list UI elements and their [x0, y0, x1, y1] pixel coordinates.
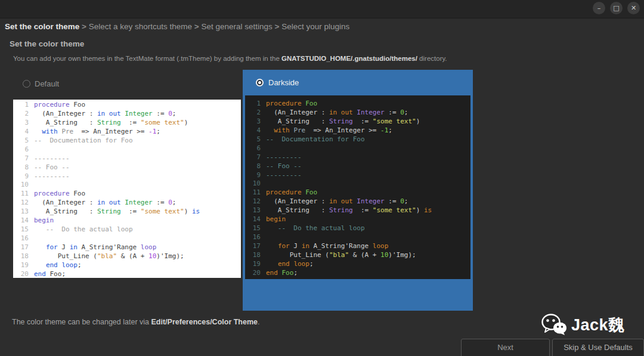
code-token: -- Foo --	[266, 162, 302, 170]
footer-note-suffix: .	[258, 318, 259, 326]
code-token: 0	[400, 197, 404, 205]
code-token: in out	[329, 197, 353, 205]
breadcrumb-item: Set general settings	[201, 22, 272, 31]
code-line: 5-- Documentation for Foo	[17, 137, 241, 146]
line-number: 14	[17, 216, 29, 225]
line-number: 3	[249, 117, 261, 126]
code-token: ---------	[266, 171, 302, 179]
code-token: procedure	[34, 101, 70, 109]
code-line: 19 end loop;	[17, 261, 241, 270]
code-token: -- Documentation for Foo	[266, 135, 365, 143]
breadcrumb-separator: >	[273, 22, 281, 31]
code-line: 7---------	[17, 154, 241, 163]
code-line: 13 A_String : String := "some text") is	[249, 206, 470, 215]
code-token: :=	[153, 199, 169, 206]
code-token: end	[278, 260, 290, 268]
code-line: 2 (An_Integer : in out Integer := 0;	[249, 109, 470, 117]
description-suffix: directory.	[417, 55, 447, 62]
line-number: 20	[249, 269, 261, 278]
window-controls: – □ ✕	[593, 2, 640, 14]
code-token: Foo	[50, 270, 62, 278]
code-line: 13 A_String : String := "some text") is	[17, 208, 241, 216]
code-token: String	[97, 208, 121, 215]
code-line: 6	[249, 144, 470, 153]
line-number: 2	[249, 109, 261, 117]
code-token: begin	[34, 216, 54, 224]
code-token: :=	[385, 109, 401, 116]
theme-option-darkside[interactable]: Darkside 1procedure Foo2 (An_Integer : i…	[243, 70, 473, 311]
darkside-code-preview: 1procedure Foo2 (An_Integer : in out Int…	[245, 95, 470, 279]
code-token: Integer	[357, 197, 384, 205]
code-token: with	[274, 126, 290, 134]
code-line: 17 for J in A_String'Range loop	[249, 242, 470, 251]
code-token: :=	[121, 208, 141, 215]
code-line: 4 with Pre => An_Integer >= -1;	[17, 128, 241, 137]
code-token: 10	[148, 252, 156, 260]
code-line: 8-- Foo --	[17, 163, 241, 172]
code-token: String	[329, 206, 353, 214]
breadcrumb-separator: >	[192, 22, 201, 31]
skip-use-defaults-button[interactable]: Skip & Use Defaults	[552, 339, 644, 356]
code-line: 20end Foo;	[17, 270, 241, 278]
code-line: 10	[17, 181, 241, 190]
line-number: 16	[249, 233, 261, 242]
close-button[interactable]: ✕	[627, 2, 640, 14]
page-description: You can add your own themes in the TextM…	[13, 55, 447, 62]
code-token: Integer	[125, 110, 152, 117]
code-line: 11procedure Foo	[17, 190, 241, 199]
code-token: ;	[404, 197, 408, 205]
line-number: 9	[249, 171, 261, 180]
code-token: )	[416, 117, 420, 125]
code-token: :=	[385, 197, 401, 205]
code-token: :=	[121, 119, 141, 126]
footer-note-text: The color theme can be changed later via	[12, 318, 151, 326]
code-token: loop	[61, 261, 78, 269]
code-line: 6	[17, 146, 241, 154]
code-token: loop	[373, 242, 389, 250]
minimize-button[interactable]: –	[593, 2, 605, 14]
code-token: Integer	[125, 199, 152, 206]
line-number: 10	[249, 179, 261, 188]
code-line: 19 end loop;	[249, 260, 470, 269]
code-token: Foo	[73, 190, 85, 197]
line-number: 15	[249, 224, 261, 233]
setup-wizard-window: – □ ✕ Set the color theme > Select a key…	[0, 0, 644, 356]
maximize-button[interactable]: □	[610, 2, 623, 14]
code-token: A_String :	[266, 206, 329, 214]
line-number: 17	[17, 243, 29, 252]
line-number: 18	[17, 252, 29, 261]
darkside-header[interactable]: Darkside	[243, 70, 473, 95]
code-line: 14begin	[249, 215, 470, 224]
code-line: 10	[249, 179, 470, 188]
code-token: "bla"	[97, 252, 117, 260]
code-line: 1procedure Foo	[249, 100, 470, 109]
code-token: in out	[97, 199, 121, 206]
code-line: 12 (An_Integer : in out Integer := 0;	[249, 197, 470, 206]
code-line: 15 -- Do the actual loop	[249, 224, 470, 233]
line-number: 11	[17, 190, 29, 199]
line-number: 13	[249, 206, 261, 215]
code-token: J	[290, 242, 302, 250]
darkside-radio[interactable]	[256, 79, 264, 86]
code-token: begin	[266, 215, 286, 223]
line-number: 14	[249, 215, 261, 224]
code-token: 0	[168, 199, 172, 206]
code-token: A_String :	[34, 208, 97, 215]
line-number: 1	[17, 101, 29, 110]
next-button[interactable]: Next	[461, 339, 550, 356]
code-line: 18 Put_Line ("bla" & (A + 10)'Img);	[17, 252, 241, 261]
theme-option-default[interactable]: Default	[23, 79, 59, 88]
line-number: 8	[17, 163, 29, 172]
code-token: for	[278, 242, 290, 250]
code-token: Pre	[293, 126, 305, 134]
code-token: :=	[153, 110, 169, 117]
code-token: ---------	[266, 153, 302, 161]
line-number: 7	[249, 153, 261, 162]
code-line: 4 with Pre => An_Integer >= -1;	[249, 126, 470, 135]
code-token: )	[184, 119, 188, 126]
code-token: )'Img);	[388, 251, 416, 259]
radio-dot	[258, 81, 261, 84]
themes-directory-path: GNATSTUDIO_HOME/.gnatstudio/themes/	[281, 55, 417, 62]
line-number: 6	[249, 144, 261, 153]
default-radio[interactable]	[23, 80, 30, 88]
